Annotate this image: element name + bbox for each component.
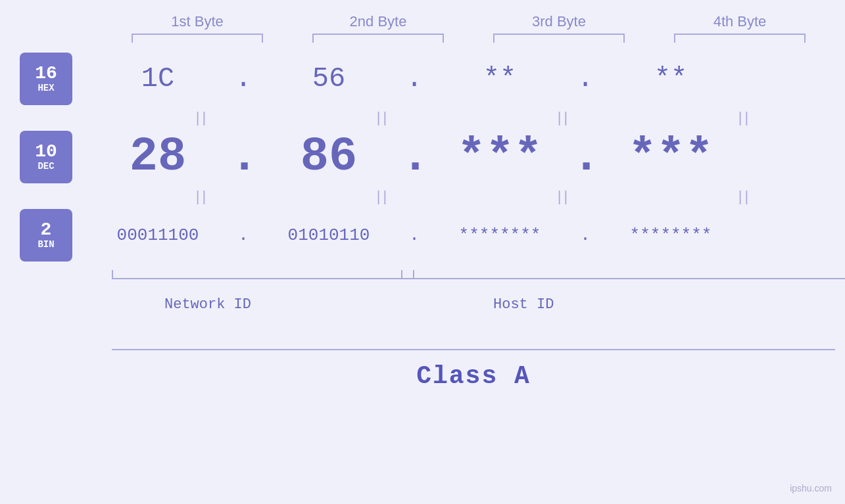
eq2-b3: ||	[492, 188, 637, 205]
hex-bytes-area: 1C . 56 . ** . **	[85, 63, 845, 95]
main-container: 1st Byte 2nd Byte 3rd Byte 4th Byte 16 H…	[0, 0, 845, 504]
equals-row-2: || || || ||	[112, 184, 835, 209]
bracket-byte1	[132, 34, 263, 43]
dec-badge-number: 10	[35, 143, 57, 161]
byte2-header: 2nd Byte	[306, 13, 450, 30]
bracket-byte4	[674, 34, 806, 43]
hex-row: 16 HEX 1C . 56 . ** . **	[20, 53, 845, 105]
hex-byte2: 56	[256, 63, 401, 95]
eq1-b3: ||	[492, 109, 637, 126]
host-bracket	[401, 270, 845, 279]
bin-byte3: ********	[427, 225, 572, 245]
bin-badge-number: 2	[41, 221, 52, 239]
dec-badge: 10 DEC	[20, 131, 72, 183]
hex-badge: 16 HEX	[20, 53, 72, 105]
bottom-section: Network ID Host ID Class A	[0, 265, 845, 390]
hex-badge-number: 16	[35, 64, 57, 83]
dec-bytes-area: 28 . 86 . *** . ***	[85, 130, 845, 184]
host-id-label: Host ID	[493, 296, 554, 313]
dec-byte3: ***	[427, 130, 572, 184]
bin-row: 2 BIN 00011100 . 01010110 . ******** . *…	[20, 209, 845, 262]
class-label-row: Class A	[112, 362, 835, 390]
hex-sep2: .	[401, 63, 427, 95]
main-content: 16 HEX 1C . 56 . ** . ** || || || || 10	[0, 53, 845, 262]
hex-sep3: .	[572, 63, 598, 95]
watermark: ipshu.com	[790, 483, 832, 493]
eq2-b4: ||	[673, 188, 817, 205]
hex-byte3: **	[427, 63, 572, 95]
top-brackets	[107, 34, 831, 43]
full-bottom-line	[112, 349, 835, 350]
bin-byte4: ********	[598, 225, 743, 245]
bracket-byte3	[493, 34, 625, 43]
byte1-header: 1st Byte	[125, 13, 270, 30]
hex-sep1: .	[230, 63, 256, 95]
dec-row: 10 DEC 28 . 86 . *** . ***	[20, 130, 845, 184]
bin-sep3: .	[572, 225, 598, 245]
byte4-header: 4th Byte	[667, 13, 812, 30]
network-id-label: Network ID	[164, 296, 251, 313]
dec-sep2: .	[401, 130, 427, 184]
bin-byte2: 01010110	[256, 225, 401, 245]
byte-headers: 1st Byte 2nd Byte 3rd Byte 4th Byte	[107, 13, 831, 30]
class-label: Class A	[416, 362, 531, 390]
dec-sep3: .	[572, 130, 598, 184]
hex-byte4: **	[598, 63, 743, 95]
bin-badge: 2 BIN	[20, 209, 72, 262]
dec-byte4: ***	[598, 130, 743, 184]
eq2-b1: ||	[130, 188, 275, 205]
network-bracket	[112, 270, 414, 279]
bin-byte1: 00011100	[85, 225, 230, 245]
dec-sep1: .	[230, 130, 256, 184]
byte3-header: 3rd Byte	[487, 13, 631, 30]
bin-sep2: .	[401, 225, 427, 245]
dec-byte1: 28	[85, 130, 230, 184]
eq1-b1: ||	[130, 109, 275, 126]
equals-row-1: || || || ||	[112, 105, 835, 130]
bin-badge-label: BIN	[37, 239, 54, 250]
hex-badge-label: HEX	[37, 83, 54, 94]
eq1-b2: ||	[311, 109, 456, 126]
dec-byte2: 86	[256, 130, 401, 184]
eq2-b2: ||	[311, 188, 456, 205]
hex-byte1: 1C	[85, 63, 230, 95]
dec-badge-label: DEC	[37, 161, 54, 172]
labels-row: Network ID Host ID	[112, 296, 835, 316]
bottom-brackets	[112, 270, 835, 283]
bin-bytes-area: 00011100 . 01010110 . ******** . *******…	[85, 225, 845, 245]
eq1-b4: ||	[673, 109, 817, 126]
bracket-byte2	[312, 34, 444, 43]
bin-sep1: .	[230, 225, 256, 245]
